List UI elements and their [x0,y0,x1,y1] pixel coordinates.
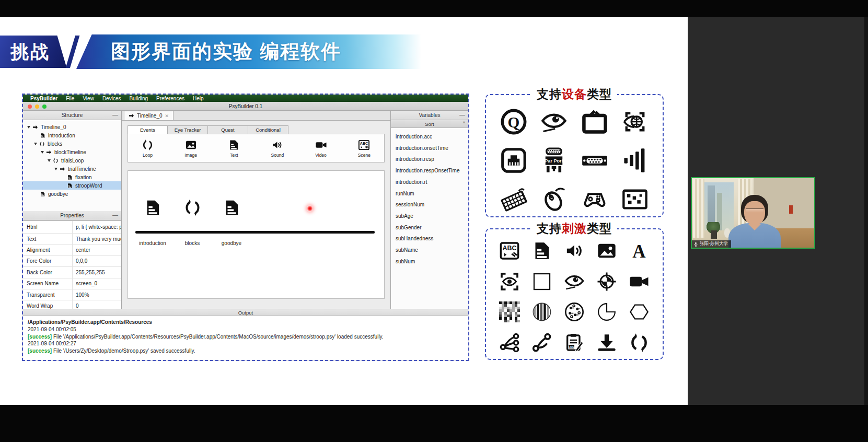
variable-item[interactable]: subAge [396,211,468,222]
tree-item-fixation[interactable]: fixation [23,173,121,181]
tree-item-label: stroopWord [75,183,102,189]
variable-item[interactable]: introduction.rt [396,177,468,188]
variable-item[interactable]: subGender [396,222,468,234]
property-value[interactable]: 255,255,255 [73,270,121,275]
property-value[interactable]: 0,0,0 [73,258,121,264]
tree-item-goodbye[interactable]: goodbye [23,190,121,198]
menu-item-view[interactable]: View [78,96,98,101]
chevron-down-icon[interactable] [41,151,44,154]
tab-eye-tracker[interactable]: Eye Tracker [168,125,208,134]
chevron-down-icon[interactable] [48,159,51,162]
gamepad-icon [581,185,608,213]
timeline-line [135,231,375,234]
output-log: /Applications/PsyBuilder.app/Contents/Re… [23,316,468,360]
blank-icon [531,271,552,292]
output-timestamp: 2021-09-04 00:02:27 [28,340,464,347]
property-value[interactable]: p, li { white-space: p [73,224,121,230]
variable-item[interactable]: introduction.respOnsetTime [396,165,468,177]
doc-icon [223,199,241,217]
property-label: Text [23,234,73,244]
structure-tree: Timeline_0introductionblocksblockTimelin… [23,120,121,211]
close-tab-icon[interactable]: ✕ [165,113,169,119]
property-value[interactable]: screen_0 [73,281,121,286]
toolbar-item-scene[interactable]: ABCScene [358,139,371,158]
mouse-icon [540,185,568,213]
tree-item-label: fixation [75,175,92,180]
tv-icon [581,108,608,135]
sort-header[interactable]: Sort ^ [391,120,468,128]
output-header[interactable]: Output [23,309,468,316]
tree-item-Timeline_0[interactable]: Timeline_0 [23,123,121,131]
doc-icon [144,199,162,217]
toolbar-item-image[interactable]: Image [184,139,197,158]
property-value[interactable]: Thank you very muc [73,236,121,242]
property-value[interactable]: 0 [73,303,121,309]
tab-timeline-0[interactable]: Timeline_0 ✕ [124,111,173,120]
tree-item-label: introduction [48,133,75,138]
tree-item-introduction[interactable]: introduction [23,131,121,139]
variable-item[interactable]: introduction.resp [396,154,468,165]
tab-events[interactable]: Events [128,125,168,134]
collapse-properties-button[interactable]: — [112,212,118,218]
tree-item-trialTimeline[interactable]: trialTimeline [23,165,121,173]
property-row-fore-color: Fore Color0,0,0 [23,256,121,267]
property-row-back-color: Back Color255,255,255 [23,267,121,278]
property-row-word-wrap: Word Wrap0 [23,300,121,309]
chevron-down-icon[interactable] [54,168,57,170]
variable-item[interactable]: subNum [396,256,468,267]
svg-text:ABC: ABC [502,245,516,252]
psybuilder-window: PsyBuilderFileViewDevicesBuildingPrefere… [22,94,469,361]
minimize-button[interactable] [35,104,39,109]
variable-item[interactable]: subHandedness [396,233,468,245]
menu-item-help[interactable]: Help [189,96,208,101]
variable-item[interactable]: introduction.acc [396,131,468,143]
property-value[interactable]: 100% [73,292,121,298]
property-row-html: Htmlp, li { white-space: p [23,221,121,234]
image-icon [596,240,617,261]
tree-item-blocks[interactable]: blocks [23,139,121,148]
stimulus-grid: ABCALOG [486,236,663,358]
toolbar-item-text[interactable]: Text [228,139,240,158]
dot-motion-icon [564,301,585,322]
variable-item[interactable]: subName [396,245,468,256]
screen: 挑战 图形界面的实验 编程软件 PsyBuilderFileViewDevice… [0,0,868,442]
tree-item-label: goodbye [48,191,68,197]
tab-quest[interactable]: Quest [208,125,248,134]
eye-tracker-icon [621,108,649,135]
menu-item-building[interactable]: Building [125,96,152,101]
toolbar-item-video[interactable]: Video [315,139,327,158]
tree-item-stroopWord[interactable]: stroopWord [23,181,121,190]
variable-item[interactable]: introduction.onsetTime [396,143,468,154]
timeline-element-blocks[interactable] [174,199,211,219]
tree-item-blockTimeline[interactable]: blockTimeline [23,148,121,156]
property-value[interactable]: center [73,247,121,253]
arrow-icon [60,166,65,172]
doc-icon [40,191,45,197]
property-row-alignment: Alignmentcenter [23,245,121,255]
timeline-element-introduction[interactable] [134,199,171,219]
tree-item-trialsLoop[interactable]: trialsLoop [23,156,121,165]
svg-text:ABC: ABC [360,142,368,146]
toolbar-item-loop[interactable]: Loop [142,139,154,158]
banner-title: 图形界面的实验 编程软件 [76,34,421,69]
variable-item[interactable]: sessionNum [396,199,468,211]
close-button[interactable] [28,104,32,109]
tab-conditional[interactable]: Conditional [248,125,288,134]
device-title-accent: 设备 [562,87,587,101]
toolbar-item-sound[interactable]: Sound [271,139,284,158]
toolbar-item-label: Text [230,153,238,158]
timeline-canvas[interactable]: introductionblocksgoodbye [128,170,385,299]
collapse-variables-button[interactable]: — [459,111,465,118]
menu-item-devices[interactable]: Devices [98,96,125,101]
timeline-element-goodbye[interactable] [213,199,250,219]
chevron-down-icon[interactable] [27,126,30,129]
menu-item-psybuilder[interactable]: PsyBuilder [26,96,62,101]
scene-icon: ABC [358,139,370,151]
zoom-button[interactable] [42,104,47,109]
menu-item-preferences[interactable]: Preferences [152,96,189,101]
variable-item[interactable]: runNum [396,188,468,200]
chevron-down-icon[interactable] [34,143,37,145]
document-tab-bar: Timeline_0 ✕ [122,111,390,121]
menu-item-file[interactable]: File [62,96,78,101]
collapse-structure-button[interactable]: — [112,111,118,118]
